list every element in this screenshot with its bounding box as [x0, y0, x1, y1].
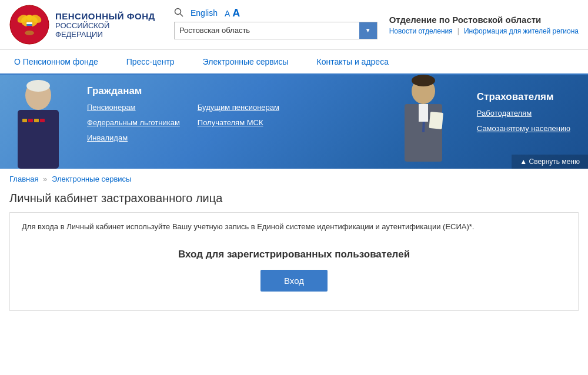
hero-citizens-links: Пенсионерам Федеральным льготникам Инвал… [87, 103, 180, 142]
region-input[interactable] [175, 23, 359, 38]
logo-title: ПЕНСИОННЫЙ ФОНД РОССИЙСКОЙ ФЕДЕРАЦИИ [55, 11, 155, 39]
svg-point-18 [26, 80, 50, 92]
svg-rect-15 [34, 119, 39, 122]
nav-item-press[interactable]: Пресс-центр [112, 50, 189, 73]
hero-figure-left [0, 78, 79, 169]
hero-link-msk[interactable]: Получателям МСК [198, 118, 279, 127]
hero-content: Гражданам Пенсионерам Федеральным льготн… [0, 75, 588, 163]
search-icon[interactable] [174, 8, 183, 19]
info-box: Для входа в Личный кабинет используйте В… [9, 212, 579, 311]
hero-link-employers[interactable]: Работодателям [477, 109, 570, 118]
hero-link-disabled[interactable]: Инвалидам [87, 133, 180, 142]
svg-point-9 [175, 8, 181, 14]
main-nav: О Пенсионном фонде Пресс-центр Электронн… [0, 50, 588, 75]
hero-citizens-section: Гражданам Пенсионерам Федеральным льготн… [87, 85, 180, 142]
hero-link-pensioners[interactable]: Пенсионерам [87, 103, 180, 112]
breadcrumb-home[interactable]: Главная [9, 175, 38, 183]
font-small-btn[interactable]: A [225, 9, 230, 18]
svg-rect-14 [28, 119, 33, 122]
header-tools: English A A [174, 7, 377, 22]
font-size-controls: A A [225, 7, 240, 19]
svg-rect-6 [26, 24, 32, 26]
logo-line2: РОССИЙСКОЙ [55, 21, 155, 30]
hero-banner: Гражданам Пенсионерам Федеральным льготн… [0, 75, 588, 169]
hero-future-section: Будущим пенсионерам Получателям МСК [198, 103, 279, 142]
svg-rect-16 [40, 119, 45, 122]
svg-point-4 [26, 15, 32, 21]
page-title: Личный кабинет застрахованного лица [0, 189, 588, 212]
hero-link-benefits[interactable]: Федеральным льготникам [87, 118, 180, 127]
region-dropdown-btn[interactable]: ▼ [359, 22, 377, 39]
main-content: Для входа в Личный кабинет используйте В… [0, 212, 588, 323]
header-right: Отделение по Ростовской области Новости … [377, 15, 579, 35]
svg-point-8 [25, 31, 34, 35]
svg-rect-13 [22, 119, 27, 122]
login-button[interactable]: Вход [260, 270, 328, 292]
breadcrumb-separator: » [43, 175, 47, 183]
svg-rect-23 [419, 104, 428, 122]
nav-item-services[interactable]: Электронные сервисы [189, 50, 303, 73]
nav-item-contacts[interactable]: Контакты и адреса [303, 50, 403, 73]
breadcrumb-current[interactable]: Электронные сервисы [52, 175, 132, 183]
logo-area: ПЕНСИОННЫЙ ФОНД РОССИЙСКОЙ ФЕДЕРАЦИИ [9, 5, 162, 45]
hero-future-links: Будущим пенсионерам Получателям МСК [198, 103, 279, 127]
region-label: Отделение по Ростовской области [389, 15, 579, 25]
breadcrumb: Главная » Электронные сервисы [0, 169, 588, 189]
hero-figure-right [388, 75, 459, 163]
svg-line-10 [181, 14, 183, 16]
svg-point-20 [412, 75, 435, 86]
font-large-btn[interactable]: A [232, 7, 240, 19]
svg-rect-5 [26, 22, 32, 24]
login-section: Вход для зарегистрированных пользователе… [22, 243, 566, 301]
region-links: Новости отделения | Информация для жител… [389, 27, 579, 35]
header-center: English A A ▼ [162, 7, 377, 43]
hero-citizens-title: Гражданам [87, 85, 180, 97]
hero-insurers-links: Работодателям Самозанятому населению [477, 109, 570, 133]
hero-right-area: Страхователям Работодателям Самозанятому… [297, 85, 576, 142]
nav-item-about[interactable]: О Пенсионном фонде [0, 50, 112, 73]
region-info-link[interactable]: Информация для жителей региона [464, 27, 579, 35]
hero-link-future-pensioners[interactable]: Будущим пенсионерам [198, 103, 279, 112]
site-header: ПЕНСИОННЫЙ ФОНД РОССИЙСКОЙ ФЕДЕРАЦИИ Eng… [0, 0, 588, 50]
region-divider: | [457, 27, 459, 35]
login-section-title: Вход для зарегистрированных пользователе… [178, 249, 410, 260]
logo-line1: ПЕНСИОННЫЙ ФОНД [55, 11, 155, 21]
logo-icon [9, 5, 49, 45]
svg-rect-24 [429, 112, 443, 129]
info-text: Для входа в Личный кабинет используйте В… [22, 222, 566, 231]
svg-rect-7 [26, 26, 32, 28]
region-input-area[interactable]: ▼ [174, 22, 377, 39]
region-news-link[interactable]: Новости отделения [389, 27, 453, 35]
language-link[interactable]: English [191, 8, 218, 18]
hero-link-selfemployed[interactable]: Самозанятому населению [477, 124, 570, 133]
hero-insurers-section: Страхователям Работодателям Самозанятому… [477, 91, 570, 133]
hero-insurers-title: Страхователям [477, 91, 570, 103]
collapse-menu-btn[interactable]: ▲ Свернуть меню [512, 155, 588, 169]
logo-line3: ФЕДЕРАЦИИ [55, 30, 155, 39]
